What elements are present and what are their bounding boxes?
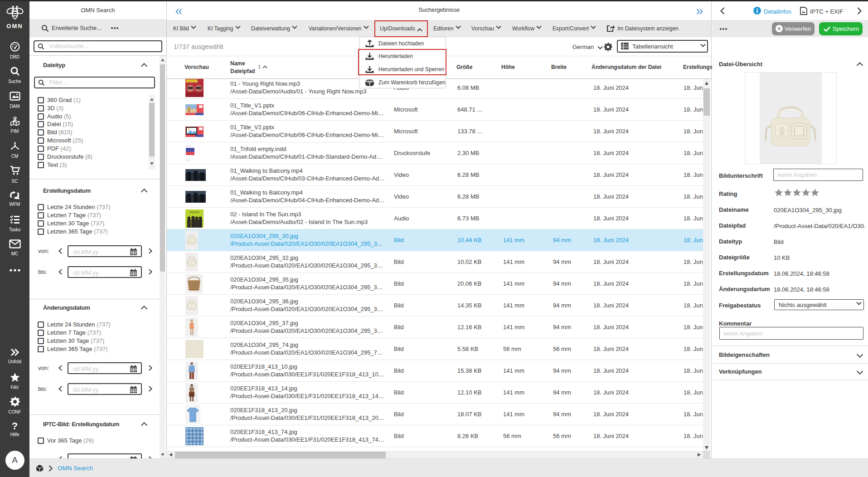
svg-text:P: P [14, 117, 16, 120]
svg-text:weezer: weezer [189, 210, 200, 214]
